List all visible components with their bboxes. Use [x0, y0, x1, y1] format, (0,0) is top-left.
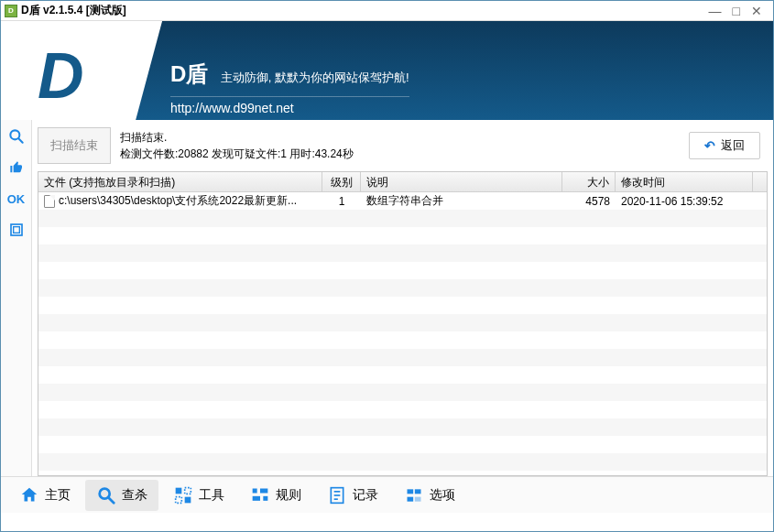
svg-rect-3 [13, 227, 19, 233]
nav-home-label: 主页 [45, 487, 71, 504]
svg-rect-9 [185, 496, 191, 503]
cell-size: 4578 [562, 195, 616, 208]
app-icon: D [5, 5, 17, 17]
th-desc[interactable]: 说明 [361, 172, 562, 191]
svg-line-5 [109, 497, 114, 503]
svg-rect-20 [408, 496, 414, 501]
status-line-1: 扫描结束. [120, 129, 354, 146]
bottom-nav: 主页 查杀 工具 规则 记录 选项 [1, 476, 773, 513]
cell-level: 1 [322, 195, 361, 208]
th-time[interactable]: 修改时间 [616, 172, 753, 191]
file-icon [44, 195, 55, 208]
window-controls: — □ ✕ [709, 4, 769, 18]
svg-rect-19 [415, 489, 421, 494]
ok-button[interactable]: OK [5, 188, 27, 210]
scan-button[interactable]: 扫描结束 [38, 127, 111, 164]
nav-logs[interactable]: 记录 [316, 480, 389, 511]
table-row[interactable]: c:\users\34305\desktop\支付系统2022最新更新... 1… [38, 192, 767, 210]
nav-tools-label: 工具 [199, 487, 224, 504]
svg-rect-8 [176, 496, 182, 503]
header-banner: D D盾 主动防御, 默默为你的网站保驾护航! http://www.d99ne… [1, 21, 773, 120]
nav-options[interactable]: 选项 [393, 480, 466, 511]
minimize-button[interactable]: — [709, 4, 722, 18]
cell-file: c:\users\34305\desktop\支付系统2022最新更新... [38, 193, 322, 209]
search-icon[interactable] [5, 125, 27, 147]
table-header: 文件 (支持拖放目录和扫描) 级别 说明 大小 修改时间 [38, 172, 767, 192]
th-level[interactable]: 级别 [322, 172, 361, 191]
logs-icon [327, 485, 347, 505]
maximize-button[interactable]: □ [733, 4, 740, 18]
brand-slogan: 主动防御, 默默为你的网站保驾护航! [221, 71, 409, 84]
brand-name: D盾 [170, 61, 208, 86]
cell-desc: 数组字符串合并 [361, 193, 562, 209]
nav-home[interactable]: 主页 [8, 480, 82, 511]
brand-url: http://www.d99net.net [170, 96, 409, 115]
results-table: 文件 (支持拖放目录和扫描) 级别 说明 大小 修改时间 c:\users\34… [38, 171, 768, 476]
table-body[interactable]: c:\users\34305\desktop\支付系统2022最新更新... 1… [38, 192, 767, 475]
nav-tools[interactable]: 工具 [162, 480, 235, 511]
status-line-2: 检测文件数:20882 发现可疑文件:1 用时:43.24秒 [120, 146, 354, 162]
options-icon [404, 485, 424, 505]
titlebar: D D盾 v2.1.5.4 [测试版] — □ ✕ [1, 1, 773, 21]
return-button[interactable]: ↶ 返回 [689, 132, 760, 159]
cell-time: 2020-11-06 15:39:52 [616, 195, 753, 208]
action-row: 扫描结束 扫描结束. 检测文件数:20882 发现可疑文件:1 用时:43.24… [38, 124, 768, 168]
svg-rect-21 [415, 496, 421, 501]
rules-icon [250, 485, 270, 505]
svg-rect-12 [253, 495, 260, 500]
brand-block: D盾 主动防御, 默默为你的网站保驾护航! http://www.d99net.… [170, 60, 409, 115]
tools-icon [173, 485, 193, 505]
nav-scan-label: 查杀 [122, 487, 147, 504]
nav-logs-label: 记录 [353, 487, 378, 504]
th-size[interactable]: 大小 [562, 172, 616, 191]
search-icon [96, 485, 116, 505]
logo-icon: D [38, 39, 84, 113]
svg-rect-11 [260, 488, 267, 493]
status-block: 扫描结束. 检测文件数:20882 发现可疑文件:1 用时:43.24秒 [120, 129, 354, 162]
nav-rules-label: 规则 [276, 487, 301, 504]
layout-icon[interactable] [5, 219, 27, 241]
svg-rect-6 [176, 487, 182, 494]
svg-rect-10 [253, 488, 257, 493]
side-toolbar: OK [1, 120, 32, 476]
return-arrow-icon: ↶ [704, 138, 715, 153]
nav-scan[interactable]: 查杀 [85, 480, 158, 511]
svg-line-1 [18, 139, 22, 143]
th-file[interactable]: 文件 (支持拖放目录和扫描) [38, 172, 322, 191]
return-label: 返回 [721, 137, 745, 154]
thumbs-up-icon[interactable] [5, 157, 27, 179]
svg-rect-13 [263, 495, 267, 500]
svg-rect-18 [408, 489, 414, 494]
home-icon [19, 485, 39, 505]
window-title: D盾 v2.1.5.4 [测试版] [21, 3, 126, 18]
close-button[interactable]: ✕ [751, 4, 762, 18]
svg-rect-2 [11, 224, 22, 235]
nav-options-label: 选项 [430, 487, 455, 504]
svg-rect-7 [185, 487, 191, 494]
nav-rules[interactable]: 规则 [239, 480, 312, 511]
